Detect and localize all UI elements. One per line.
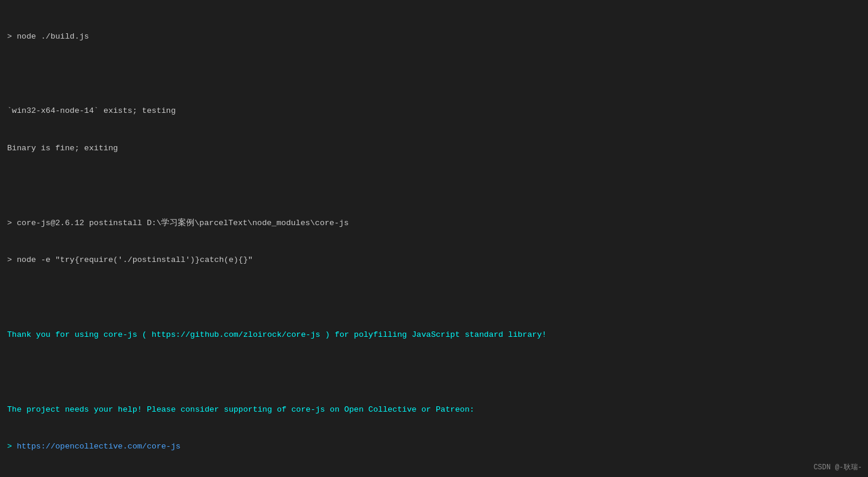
- line-4: Binary is fine; exiting: [7, 143, 861, 155]
- line-12: > https://opencollective.com/core-js: [7, 441, 861, 453]
- terminal-window: > node ./build.js `win32-x64-node-14` ex…: [0, 0, 868, 477]
- line-3: `win32-x64-node-14` exists; testing: [7, 105, 861, 118]
- line-blank-1: [7, 68, 861, 81]
- line-blank-3: [7, 292, 861, 304]
- line-blank-4: [7, 367, 861, 379]
- line-9: Thank you for using core-js ( https://gi…: [7, 329, 861, 342]
- line-6: > core-js@2.6.12 postinstall D:\学习案例\par…: [7, 217, 861, 230]
- line-7: > node -e "try{require('./postinstall')}…: [7, 254, 861, 267]
- line-11: The project needs your help! Please cons…: [7, 404, 861, 416]
- line-1: > node ./build.js: [7, 31, 861, 43]
- branding-label: CSDN @-耿瑞-: [813, 462, 862, 472]
- line-blank-2: [7, 180, 861, 192]
